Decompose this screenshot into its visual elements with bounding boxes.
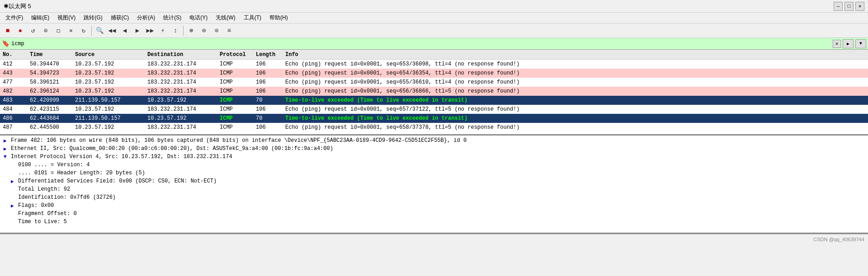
- menu-item[interactable]: 无线(W): [212, 13, 239, 23]
- toolbar-open[interactable]: ⊙: [40, 25, 52, 37]
- packet-list: No. Time Source Destination Protocol Len…: [0, 50, 868, 136]
- toolbar-next-pkg[interactable]: ▶▶: [144, 25, 156, 37]
- col-destination: Destination: [146, 51, 218, 58]
- menu-item[interactable]: 跳转(G): [80, 13, 106, 23]
- window-title: ✱以太网 5: [4, 2, 31, 10]
- packet-list-header: No. Time Source Destination Protocol Len…: [0, 50, 868, 60]
- toolbar-zoom-out[interactable]: ⊖: [198, 25, 210, 37]
- menu-item[interactable]: 文件(F): [2, 13, 27, 23]
- menu-item[interactable]: 工具(T): [240, 13, 265, 23]
- toolbar-columns[interactable]: ≡: [223, 25, 235, 37]
- col-time: Time: [28, 51, 73, 58]
- col-length: Length: [254, 51, 283, 58]
- table-row[interactable]: 48662.443684211.139.50.15710.23.57.192IC…: [0, 114, 868, 123]
- detail-line: Time to Live: 5: [0, 218, 868, 226]
- filter-icon: 🔖: [2, 40, 9, 47]
- menu-item[interactable]: 捕获(C): [107, 13, 133, 23]
- detail-line: .... 0101 = Header Length: 20 bytes (5): [0, 169, 868, 177]
- detail-line[interactable]: ▶ Ethernet II, Src: Qualcomm_00:00:20 (0…: [0, 145, 868, 153]
- toolbar-zoom-in[interactable]: ⊕: [185, 25, 197, 37]
- filter-clear-button[interactable]: ✕: [833, 40, 841, 48]
- toolbar-separator: [91, 26, 92, 36]
- toolbar-zoom-fit[interactable]: ⊙: [211, 25, 222, 37]
- menu-bar: 文件(F)编辑(E)视图(V)跳转(G)捕获(C)分析(A)统计(S)电话(Y)…: [0, 13, 868, 23]
- table-row[interactable]: 48462.42311510.23.57.192183.232.231.174I…: [0, 105, 868, 114]
- detail-line: Identification: 0x7fd6 (32726): [0, 193, 868, 201]
- filter-apply-button[interactable]: ▶: [843, 39, 854, 48]
- table-row[interactable]: 47758.39612110.23.57.192183.232.231.174I…: [0, 78, 868, 87]
- detail-line[interactable]: ▶ Flags: 0x00: [0, 201, 868, 210]
- menu-item[interactable]: 统计(S): [160, 13, 185, 23]
- filter-bar: 🔖 ✕ ▶ ▼: [0, 38, 868, 50]
- toolbar-separator: [183, 26, 184, 36]
- col-protocol: Protocol: [218, 51, 254, 58]
- toolbar: ■●↺⊙◻✕↻🔍◀◀◀▶▶▶⚡↕⊕⊖⊙≡: [0, 23, 868, 38]
- filter-input[interactable]: [11, 39, 831, 48]
- maximize-button[interactable]: □: [844, 2, 854, 11]
- packet-detail: ▶ Frame 482: 106 bytes on wire (848 bits…: [0, 136, 868, 234]
- title-bar: ✱以太网 5 — □ ✕: [0, 0, 868, 13]
- toolbar-prev[interactable]: ◀: [119, 25, 131, 37]
- toolbar-jump[interactable]: ⚡: [157, 25, 169, 37]
- toolbar-reload[interactable]: ↻: [78, 25, 90, 37]
- toolbar-close[interactable]: ✕: [65, 25, 77, 37]
- toolbar-stop[interactable]: ■: [2, 25, 14, 37]
- table-row[interactable]: 48362.420999211.139.50.15710.23.57.192IC…: [0, 96, 868, 105]
- status-bar: CSDN @qq_40639744: [0, 234, 868, 244]
- menu-item[interactable]: 视图(V): [54, 13, 79, 23]
- table-row[interactable]: 41250.39447010.23.57.192183.232.231.174I…: [0, 60, 868, 69]
- toolbar-scroll[interactable]: ↕: [170, 25, 181, 37]
- menu-item[interactable]: 分析(A): [133, 13, 159, 23]
- toolbar-find[interactable]: 🔍: [94, 25, 105, 37]
- minimize-button[interactable]: —: [834, 2, 843, 11]
- col-info: Info: [283, 51, 867, 58]
- toolbar-restart[interactable]: ↺: [27, 25, 39, 37]
- detail-line: Total Length: 92: [0, 185, 868, 193]
- detail-line: 0100 .... = Version: 4: [0, 161, 868, 169]
- close-button[interactable]: ✕: [855, 2, 864, 11]
- detail-line[interactable]: ▶ Frame 482: 106 bytes on wire (848 bits…: [0, 136, 868, 145]
- menu-item[interactable]: 编辑(E): [28, 13, 53, 23]
- window-controls: — □ ✕: [834, 2, 864, 11]
- col-no: No.: [1, 51, 28, 58]
- table-row[interactable]: 44354.39472310.23.57.192183.232.231.174I…: [0, 69, 868, 78]
- menu-item[interactable]: 电话(Y): [186, 13, 211, 23]
- toolbar-prev-pkg[interactable]: ◀◀: [106, 25, 118, 37]
- filter-extra-button[interactable]: ▼: [855, 39, 866, 48]
- toolbar-file[interactable]: ◻: [52, 25, 64, 37]
- toolbar-next[interactable]: ▶: [132, 25, 143, 37]
- table-row[interactable]: 48762.44550010.23.57.192183.232.231.174I…: [0, 123, 868, 132]
- detail-line[interactable]: ▼ Internet Protocol Version 4, Src: 10.2…: [0, 153, 868, 161]
- menu-item[interactable]: 帮助(H): [266, 13, 292, 23]
- col-source: Source: [73, 51, 146, 58]
- watermark: CSDN @qq_40639744: [813, 237, 864, 242]
- toolbar-record[interactable]: ●: [14, 25, 26, 37]
- detail-line: Fragment Offset: 0: [0, 210, 868, 218]
- table-row[interactable]: 48262.39612410.23.57.192183.232.231.174I…: [0, 87, 868, 96]
- detail-line[interactable]: ▶ Differentiated Services Field: 0x00 (D…: [0, 177, 868, 185]
